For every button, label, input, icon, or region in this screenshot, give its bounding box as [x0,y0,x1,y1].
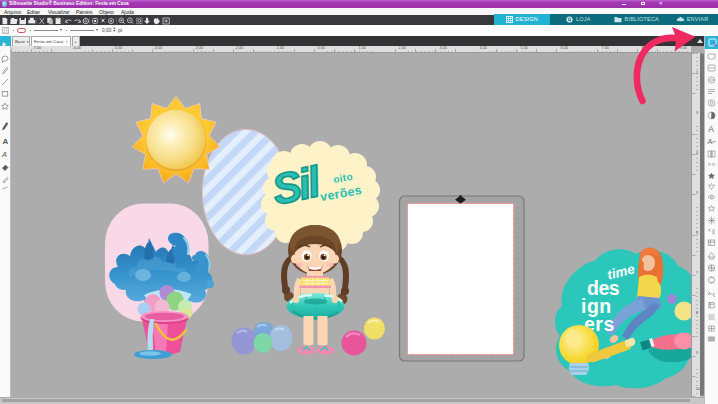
svg-text:verões: verões [319,183,363,204]
svg-text:time: time [606,261,637,282]
svg-text:Sil: Sil [268,157,326,214]
svg-text:A⌐: A⌐ [707,138,716,145]
svg-text:A: A [708,124,714,134]
svg-text:A: A [2,137,8,146]
svg-text:A: A [1,150,7,159]
svg-text:ers: ers [584,313,615,335]
svg-text:ign: ign [581,295,612,317]
svg-text:oito: oito [332,171,353,185]
svg-text:des: des [587,277,620,299]
